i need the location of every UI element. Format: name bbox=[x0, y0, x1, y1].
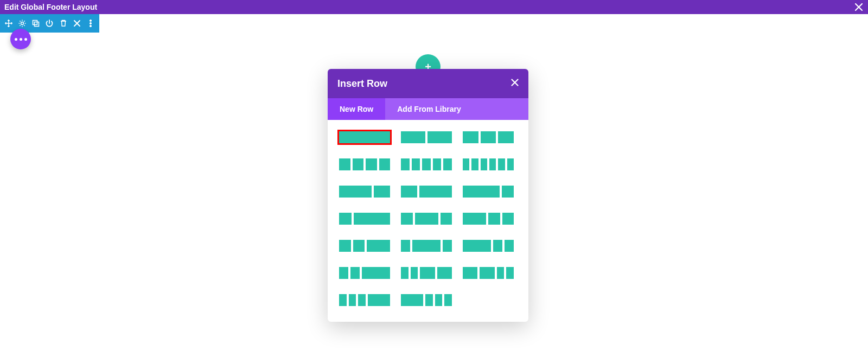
move-icon[interactable] bbox=[3, 18, 14, 29]
layout-col bbox=[353, 158, 364, 170]
layout-col bbox=[463, 158, 469, 170]
layout-col bbox=[401, 240, 410, 252]
svg-point-4 bbox=[21, 22, 24, 25]
layout-col bbox=[463, 213, 486, 225]
layout-col bbox=[420, 267, 435, 279]
layout-option[interactable] bbox=[461, 157, 515, 172]
dot-icon bbox=[24, 38, 27, 41]
more-vert-icon[interactable] bbox=[86, 18, 96, 29]
layout-col bbox=[401, 158, 410, 170]
layout-col bbox=[362, 267, 390, 279]
layout-col bbox=[481, 158, 487, 170]
modal-header: Insert Row bbox=[328, 69, 528, 98]
close-section-icon[interactable] bbox=[72, 18, 82, 29]
layout-col bbox=[354, 213, 391, 225]
layout-option[interactable] bbox=[461, 265, 515, 281]
layout-grid bbox=[337, 130, 522, 308]
topbar-title: Edit Global Footer Layout bbox=[4, 3, 97, 11]
layout-col bbox=[444, 294, 452, 306]
layout-col bbox=[422, 158, 431, 170]
layout-col bbox=[358, 294, 366, 306]
layout-col bbox=[443, 158, 452, 170]
layout-option[interactable] bbox=[399, 238, 454, 253]
layout-col bbox=[435, 294, 443, 306]
layout-col bbox=[415, 213, 438, 225]
layout-option[interactable] bbox=[461, 211, 515, 226]
layout-option[interactable] bbox=[337, 157, 392, 172]
layout-col bbox=[339, 294, 347, 306]
layout-col bbox=[425, 294, 433, 306]
svg-point-10 bbox=[90, 22, 92, 24]
layout-col bbox=[339, 267, 348, 279]
layout-col bbox=[401, 267, 409, 279]
layout-col bbox=[349, 294, 356, 306]
modal-tabs: New Row Add From Library bbox=[328, 98, 528, 120]
layout-option[interactable] bbox=[337, 130, 392, 145]
layout-col bbox=[401, 213, 413, 225]
layout-col bbox=[443, 240, 452, 252]
layout-option[interactable] bbox=[399, 265, 454, 281]
layout-col bbox=[401, 131, 425, 143]
layout-col bbox=[505, 240, 514, 252]
modal-body[interactable] bbox=[328, 120, 528, 322]
svg-point-9 bbox=[90, 20, 92, 21]
layout-col bbox=[366, 158, 377, 170]
layout-col bbox=[502, 186, 514, 198]
expand-fab[interactable] bbox=[10, 29, 31, 49]
layout-option[interactable] bbox=[461, 184, 515, 199]
layout-col bbox=[412, 158, 420, 170]
insert-row-modal: Insert Row New Row Add From Library bbox=[328, 69, 528, 322]
layout-col bbox=[437, 267, 452, 279]
layout-col bbox=[493, 240, 502, 252]
layout-option[interactable] bbox=[337, 184, 392, 199]
layout-col bbox=[441, 213, 452, 225]
svg-rect-6 bbox=[35, 22, 39, 27]
layout-col bbox=[367, 240, 390, 252]
layout-col bbox=[368, 294, 390, 306]
layout-col bbox=[374, 186, 390, 198]
layout-option[interactable] bbox=[399, 130, 454, 145]
layout-option[interactable] bbox=[337, 238, 392, 253]
dot-icon bbox=[20, 38, 22, 41]
layout-col bbox=[506, 267, 514, 279]
layout-col bbox=[379, 158, 391, 170]
layout-col bbox=[350, 267, 360, 279]
layout-option[interactable] bbox=[337, 211, 392, 226]
layout-col bbox=[463, 267, 477, 279]
layout-col bbox=[489, 158, 496, 170]
trash-icon[interactable] bbox=[58, 18, 68, 29]
layout-option[interactable] bbox=[399, 292, 454, 308]
gear-icon[interactable] bbox=[17, 18, 27, 29]
layout-col bbox=[502, 213, 514, 225]
tab-new-row[interactable]: New Row bbox=[328, 98, 385, 120]
power-icon[interactable] bbox=[44, 18, 55, 29]
layout-col bbox=[339, 186, 372, 198]
layout-col bbox=[488, 213, 500, 225]
modal-title: Insert Row bbox=[337, 78, 387, 90]
layout-col bbox=[419, 186, 452, 198]
layout-col bbox=[339, 213, 352, 225]
layout-col bbox=[339, 158, 350, 170]
layout-option[interactable] bbox=[399, 184, 454, 199]
layout-option[interactable] bbox=[399, 211, 454, 226]
duplicate-icon[interactable] bbox=[31, 18, 41, 29]
layout-col bbox=[401, 294, 423, 306]
layout-col bbox=[401, 186, 417, 198]
layout-option[interactable] bbox=[461, 130, 515, 145]
tab-label: Add From Library bbox=[397, 105, 461, 113]
layout-col bbox=[507, 158, 514, 170]
tab-label: New Row bbox=[340, 105, 373, 113]
topbar: Edit Global Footer Layout bbox=[0, 0, 868, 14]
layout-option[interactable] bbox=[461, 238, 515, 253]
tab-add-from-library[interactable]: Add From Library bbox=[385, 98, 473, 120]
layout-option[interactable] bbox=[399, 157, 454, 172]
layout-option[interactable] bbox=[337, 265, 392, 281]
layout-col bbox=[471, 158, 478, 170]
layout-col bbox=[433, 158, 442, 170]
close-icon[interactable] bbox=[855, 3, 863, 11]
layout-option[interactable] bbox=[337, 292, 392, 308]
layout-col bbox=[463, 186, 500, 198]
svg-point-11 bbox=[90, 25, 92, 27]
layout-col bbox=[463, 131, 478, 143]
modal-close-icon[interactable] bbox=[511, 79, 519, 88]
